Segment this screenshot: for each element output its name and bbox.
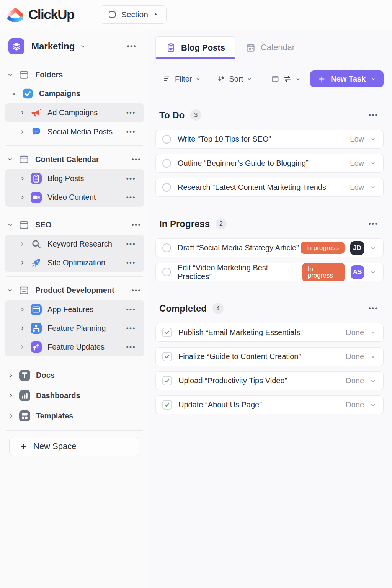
space-row-marketing[interactable]: Marketing ••• — [0, 36, 149, 57]
sidebar-list-site-optimization[interactable]: Site Optimization ••• — [5, 253, 144, 272]
chevron-down-sm-icon[interactable] — [370, 136, 376, 142]
filter-button[interactable]: Filter — [163, 75, 201, 83]
ellipsis-icon[interactable]: ••• — [126, 343, 136, 351]
view-options[interactable] — [271, 74, 301, 83]
ellipsis-icon[interactable]: ••• — [132, 156, 141, 163]
avatar[interactable]: AS — [351, 265, 364, 279]
tab-blog-posts[interactable]: Blog Posts — [155, 36, 235, 59]
task-row[interactable]: Edit “Video Marketing Best Practices” In… — [155, 263, 384, 281]
new-task-button[interactable]: New Task — [310, 70, 384, 87]
status-label[interactable]: Done — [346, 376, 364, 385]
ellipsis-icon[interactable]: ••• — [132, 221, 141, 229]
chevron-right-icon[interactable] — [19, 194, 26, 201]
checkbox-circle[interactable] — [162, 183, 171, 192]
chevron-down-icon[interactable] — [11, 90, 17, 97]
ellipsis-icon[interactable]: ••• — [126, 325, 136, 332]
chevron-right-icon[interactable] — [8, 372, 14, 379]
chevron-down-sm-icon[interactable] — [370, 245, 376, 251]
sidebar-list-video-content[interactable]: Video Content ••• — [5, 188, 144, 207]
chevron-down-sm-icon[interactable] — [370, 377, 376, 384]
priority-label[interactable]: Low — [350, 135, 364, 144]
ellipsis-icon[interactable]: ••• — [369, 220, 378, 228]
task-row[interactable]: Research “Latest Content Marketing Trend… — [155, 178, 384, 197]
sidebar-list-keyword-research[interactable]: Keyword Research ••• — [5, 235, 144, 253]
chevron-down-sm-icon[interactable] — [370, 160, 376, 167]
section-button[interactable]: Section — [100, 5, 167, 24]
status-pill[interactable]: In progress — [301, 242, 345, 254]
ellipsis-icon[interactable]: ••• — [126, 109, 136, 117]
chevron-down-sm-icon[interactable] — [370, 184, 376, 191]
ellipsis-icon[interactable]: ••• — [126, 306, 136, 314]
chevron-down-icon[interactable] — [7, 156, 13, 163]
sidebar-list-feature-planning[interactable]: Feature Planning ••• — [5, 319, 144, 338]
tab-calendar[interactable]: Calendar — [235, 36, 305, 59]
ellipsis-icon[interactable]: ••• — [369, 111, 378, 119]
task-row[interactable]: Outline “Beginner’s Guide to Blogging” L… — [155, 154, 384, 173]
checkbox-checked[interactable] — [162, 352, 172, 361]
chevron-down-icon[interactable] — [7, 287, 13, 294]
sidebar-folder-folders[interactable]: Folders — [0, 65, 149, 84]
sidebar-list-app-features[interactable]: App Features ••• — [5, 300, 144, 319]
sidebar-list-blog-posts[interactable]: Blog Posts ••• — [5, 169, 144, 188]
checkbox-checked[interactable] — [162, 376, 172, 385]
task-row[interactable]: Upload “Productivity Tips Video” Done — [155, 371, 384, 390]
chevron-down-icon[interactable] — [7, 72, 13, 78]
chevron-right-icon[interactable] — [19, 241, 26, 247]
ellipsis-icon[interactable]: ••• — [369, 305, 378, 312]
task-row[interactable]: Write “Top 10 Tips for SEO” Low — [155, 130, 384, 149]
sidebar-list-ad-campaigns[interactable]: Ad Campaigns ••• — [5, 103, 144, 122]
priority-label[interactable]: Low — [350, 183, 364, 192]
chevron-down-sm-icon[interactable] — [370, 353, 376, 360]
checkbox-circle[interactable] — [162, 159, 171, 168]
sort-button[interactable]: Sort — [217, 75, 252, 83]
chevron-right-icon[interactable] — [19, 344, 26, 350]
sidebar-folder-product-development[interactable]: Product Development ••• — [0, 281, 149, 300]
task-row[interactable]: Finalize “Guide to Content Creation” Don… — [155, 347, 384, 366]
sidebar-nav-templates[interactable]: Templates — [0, 406, 149, 426]
status-pill[interactable]: In progress — [302, 263, 345, 281]
avatar[interactable]: JD — [350, 241, 364, 255]
ellipsis-icon[interactable]: ••• — [126, 175, 136, 183]
chevron-down-sm-icon[interactable] — [370, 269, 376, 275]
checkbox-circle[interactable] — [162, 268, 171, 276]
sidebar-folder-content-calendar[interactable]: Content Calendar ••• — [0, 150, 149, 169]
task-row[interactable]: Update “About Us Page” Done — [155, 395, 384, 414]
ellipsis-icon[interactable]: ••• — [132, 287, 141, 294]
chevron-right-icon[interactable] — [8, 392, 14, 399]
sidebar-list-group: Ad Campaigns ••• — [5, 103, 144, 122]
new-space-button[interactable]: New Space — [9, 437, 139, 456]
checkbox-checked[interactable] — [162, 328, 172, 337]
chevron-right-icon[interactable] — [19, 109, 26, 116]
chevron-right-icon[interactable] — [19, 306, 26, 313]
task-row[interactable]: Publish “Email Marketing Essentials” Don… — [155, 323, 384, 342]
chevron-right-icon[interactable] — [19, 129, 26, 135]
priority-label[interactable]: Low — [350, 159, 364, 168]
task-row[interactable]: Draft “Social Media Strategy Article” In… — [155, 238, 384, 257]
status-label[interactable]: Done — [346, 400, 364, 409]
ellipsis-icon[interactable]: ••• — [126, 194, 136, 201]
status-label[interactable]: Done — [346, 352, 364, 361]
sidebar-list-feature-updates[interactable]: Feature Updates ••• — [5, 338, 144, 356]
ellipsis-icon[interactable]: ••• — [126, 240, 136, 248]
ellipsis-icon[interactable]: ••• — [127, 42, 137, 50]
chevron-right-icon[interactable] — [19, 325, 26, 332]
checkbox-checked[interactable] — [162, 400, 172, 410]
ellipsis-icon[interactable]: ••• — [126, 259, 136, 267]
checkbox-circle[interactable] — [162, 243, 171, 252]
chevron-right-icon[interactable] — [19, 260, 26, 266]
chevron-right-icon[interactable] — [8, 413, 14, 419]
ellipsis-icon[interactable]: ••• — [126, 128, 136, 136]
chevron-down-sm-icon[interactable] — [370, 329, 376, 336]
sidebar-folder-seo[interactable]: SEO ••• — [0, 216, 149, 234]
status-label[interactable]: Done — [346, 328, 364, 337]
app-logo[interactable]: ClickUp — [6, 5, 74, 24]
chevron-right-icon[interactable] — [19, 175, 26, 182]
chevron-down-icon[interactable] — [79, 43, 86, 50]
sidebar-nav-dashboards[interactable]: Dashboards — [0, 385, 149, 406]
checkbox-circle[interactable] — [162, 135, 171, 144]
chevron-down-sm-icon[interactable] — [370, 402, 376, 408]
chevron-down-icon[interactable] — [7, 222, 13, 228]
sidebar-list-social-media-posts[interactable]: Social Media Posts ••• — [5, 122, 144, 141]
sidebar-nav-docs[interactable]: Docs — [0, 365, 149, 385]
sidebar-folder-campaigns[interactable]: Campaigns — [0, 84, 149, 103]
